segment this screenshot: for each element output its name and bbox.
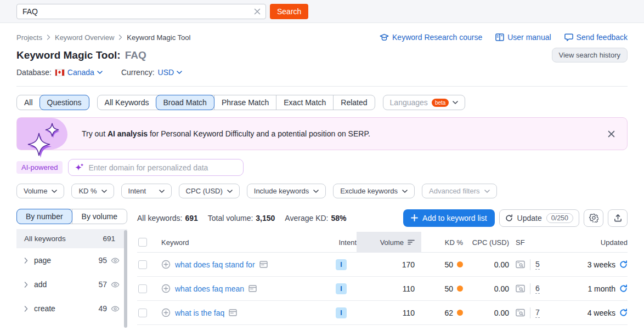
divider [530, 283, 530, 294]
view-search-history-button[interactable]: View search history [552, 48, 628, 62]
sf-count[interactable]: 7 [535, 308, 540, 318]
serp-features-icon[interactable] [229, 309, 237, 316]
breadcrumb-separator-icon [118, 35, 122, 40]
row-checkbox[interactable] [138, 260, 147, 269]
column-cpc[interactable]: CPC (USD) [464, 232, 516, 253]
row-checkbox[interactable] [138, 284, 147, 293]
tab-all-keywords[interactable]: All Keywords [98, 95, 156, 110]
column-updated[interactable]: Updated [557, 232, 628, 253]
eye-icon[interactable] [111, 305, 120, 312]
graduation-cap-icon [380, 33, 389, 42]
refresh-icon [505, 214, 513, 222]
select-all-checkbox[interactable] [138, 238, 147, 247]
breadcrumb-projects[interactable]: Projects [16, 33, 42, 42]
add-keyword-icon[interactable] [161, 308, 171, 317]
add-to-keyword-list-button[interactable]: Add to keyword list [403, 209, 495, 227]
database-selector[interactable]: Canada [55, 68, 103, 77]
column-keyword[interactable]: Keyword [161, 232, 328, 253]
column-kd[interactable]: KD % [421, 232, 464, 253]
eye-icon[interactable] [111, 281, 120, 288]
refresh-icon[interactable] [619, 309, 628, 317]
serp-features-icon[interactable] [259, 261, 268, 268]
keyword-research-course-link[interactable]: Keyword Research course [380, 33, 482, 42]
keyword-group-page[interactable]: page 95 [16, 248, 127, 272]
volume-value: 110 [357, 284, 421, 293]
sidebar-scrollbar[interactable] [124, 230, 127, 328]
tab-all[interactable]: All [17, 95, 40, 110]
kd-filter[interactable]: KD % [71, 184, 114, 198]
feedback-bubble-icon [564, 33, 573, 41]
row-checkbox[interactable] [138, 309, 147, 317]
banner-message: Try out AI analysis for Personal Keyword… [82, 129, 370, 138]
column-intent[interactable]: Intent [328, 232, 357, 253]
column-sf[interactable]: SF [516, 232, 557, 253]
eye-icon[interactable] [111, 257, 120, 264]
update-metrics-button[interactable]: Update 0/250 [499, 209, 579, 227]
refresh-icon[interactable] [619, 284, 628, 293]
sf-count[interactable]: 6 [535, 284, 540, 294]
context-bar: Database: Canada Currency: USD [16, 68, 628, 87]
search-input[interactable] [16, 4, 266, 19]
ai-powered-badge: AI-powered [16, 161, 63, 174]
breadcrumb-separator-icon [47, 35, 50, 40]
user-manual-link[interactable]: User manual [495, 33, 551, 42]
keyword-group-create[interactable]: create 49 [16, 296, 127, 321]
table-header-row: Keyword Intent Volume KD % CPC (USD) SF … [137, 232, 628, 253]
page-header: Projects Keyword Overview Keyword Magic … [0, 33, 644, 87]
serp-preview-icon[interactable] [516, 284, 525, 293]
send-feedback-link[interactable]: Send feedback [564, 33, 628, 42]
serp-preview-icon[interactable] [516, 309, 525, 317]
include-keywords-filter[interactable]: Include keywords [247, 184, 326, 198]
serp-preview-icon[interactable] [516, 260, 525, 269]
sort-by-number-toggle[interactable]: By number [16, 209, 72, 224]
sort-by-volume-toggle[interactable]: By volume [72, 209, 127, 224]
column-volume[interactable]: Volume [357, 232, 421, 253]
keyword-link[interactable]: what is the faq [175, 309, 224, 317]
tab-broad-match[interactable]: Broad Match [156, 95, 214, 110]
chevron-right-icon[interactable] [24, 258, 28, 264]
divider [530, 259, 530, 270]
breadcrumb-keyword-overview[interactable]: Keyword Overview [55, 33, 114, 42]
intent-filter[interactable]: Intent [121, 184, 172, 198]
plus-icon [411, 214, 418, 221]
tab-related[interactable]: Related [333, 95, 374, 110]
exclude-keywords-filter[interactable]: Exclude keywords [333, 184, 415, 198]
chevron-right-icon[interactable] [24, 282, 28, 288]
tab-phrase-match[interactable]: Phrase Match [214, 95, 276, 110]
serp-features-icon[interactable] [248, 285, 257, 292]
stat-average-kd: Average KD: 58% [285, 214, 346, 222]
search-button[interactable]: Search [270, 4, 308, 19]
languages-dropdown[interactable]: Languages beta [383, 95, 466, 110]
intent-badge[interactable]: I [336, 307, 347, 318]
chevron-down-icon [177, 71, 182, 74]
tab-questions[interactable]: Questions [39, 95, 89, 110]
divider [530, 307, 530, 318]
clear-search-icon[interactable] [253, 7, 262, 16]
all-keywords-group[interactable]: All keywords 691 [16, 229, 127, 248]
add-keyword-icon[interactable] [161, 260, 171, 269]
cpc-filter[interactable]: CPC (USD) [179, 184, 240, 198]
tab-exact-match[interactable]: Exact Match [276, 95, 333, 110]
keyword-link[interactable]: what does faq mean [175, 284, 244, 293]
intent-badge[interactable]: I [336, 259, 347, 270]
close-icon[interactable] [606, 129, 616, 139]
keyword-link[interactable]: what does faq stand for [175, 260, 255, 269]
volume-filter[interactable]: Volume [16, 184, 64, 198]
intent-badge[interactable]: I [336, 283, 347, 294]
canada-flag-icon [55, 69, 65, 76]
advanced-filters[interactable]: Advanced filters [422, 184, 497, 198]
cpc-value: 0.00 [464, 260, 516, 269]
currency-label: Currency: [121, 68, 155, 77]
table-settings-button[interactable] [584, 209, 603, 227]
refresh-icon[interactable] [619, 260, 628, 269]
currency-selector[interactable]: USD [158, 68, 183, 77]
sf-count[interactable]: 5 [535, 260, 540, 270]
table-row: what does faq mean I 110 50 0.00 [137, 277, 628, 301]
add-keyword-icon[interactable] [161, 284, 171, 293]
export-button[interactable] [608, 209, 628, 227]
domain-input[interactable] [68, 159, 244, 176]
keyword-group-add[interactable]: add 57 [16, 272, 127, 296]
kd-value: 62 [444, 309, 453, 317]
chevron-right-icon[interactable] [24, 306, 28, 312]
gear-icon [589, 213, 598, 222]
